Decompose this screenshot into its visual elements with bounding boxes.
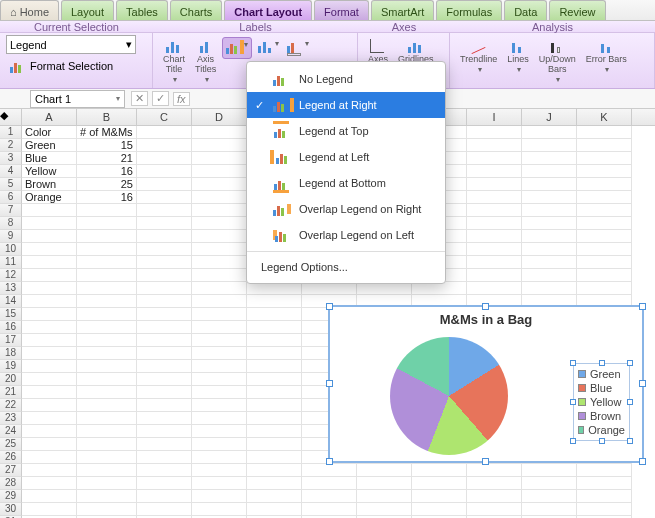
- menu-legend-top[interactable]: Legend at Top: [247, 118, 445, 144]
- cell[interactable]: [137, 412, 192, 425]
- row-header[interactable]: 28: [0, 477, 22, 490]
- cell[interactable]: [412, 503, 467, 516]
- cell[interactable]: [467, 243, 522, 256]
- cell[interactable]: [137, 334, 192, 347]
- cell[interactable]: [467, 503, 522, 516]
- cell[interactable]: [467, 490, 522, 503]
- cell[interactable]: [467, 230, 522, 243]
- cell[interactable]: [247, 412, 302, 425]
- row-header[interactable]: 9: [0, 230, 22, 243]
- cell[interactable]: [77, 230, 137, 243]
- row-header[interactable]: 12: [0, 269, 22, 282]
- cell[interactable]: [77, 282, 137, 295]
- cell[interactable]: [22, 295, 77, 308]
- row-header[interactable]: 24: [0, 425, 22, 438]
- cell[interactable]: [77, 243, 137, 256]
- cell[interactable]: [467, 282, 522, 295]
- cell[interactable]: [22, 503, 77, 516]
- select-all-corner[interactable]: ◆: [0, 109, 22, 125]
- cell[interactable]: [22, 399, 77, 412]
- cell[interactable]: [522, 477, 577, 490]
- tab-charts[interactable]: Charts: [170, 0, 222, 20]
- cell[interactable]: [192, 178, 247, 191]
- cell[interactable]: [192, 399, 247, 412]
- cell[interactable]: [467, 178, 522, 191]
- cell[interactable]: [77, 334, 137, 347]
- cell[interactable]: [357, 490, 412, 503]
- tab-data[interactable]: Data: [504, 0, 547, 20]
- cell[interactable]: [522, 191, 577, 204]
- cell[interactable]: [77, 386, 137, 399]
- cell[interactable]: [467, 204, 522, 217]
- chart-legend[interactable]: GreenBlueYellowBrownOrange: [573, 363, 630, 441]
- cell[interactable]: [137, 126, 192, 139]
- cell[interactable]: [192, 165, 247, 178]
- cell[interactable]: [577, 490, 632, 503]
- col-header[interactable]: K: [577, 109, 632, 125]
- cell[interactable]: [77, 412, 137, 425]
- cell[interactable]: [577, 464, 632, 477]
- cell[interactable]: [77, 308, 137, 321]
- cell[interactable]: [192, 230, 247, 243]
- cell[interactable]: [192, 308, 247, 321]
- cell[interactable]: [412, 490, 467, 503]
- col-header[interactable]: I: [467, 109, 522, 125]
- cell[interactable]: [22, 464, 77, 477]
- cell[interactable]: [192, 152, 247, 165]
- cell[interactable]: [22, 204, 77, 217]
- cell[interactable]: [137, 347, 192, 360]
- cell[interactable]: [192, 282, 247, 295]
- menu-legend-options[interactable]: Legend Options...: [247, 255, 445, 279]
- cell[interactable]: [247, 464, 302, 477]
- col-header[interactable]: A: [22, 109, 77, 125]
- cell[interactable]: [357, 477, 412, 490]
- cell[interactable]: [192, 204, 247, 217]
- fx-icon[interactable]: fx: [173, 92, 190, 106]
- cell[interactable]: [522, 178, 577, 191]
- cell[interactable]: [192, 269, 247, 282]
- cell[interactable]: [192, 347, 247, 360]
- cell[interactable]: [577, 139, 632, 152]
- row-header[interactable]: 14: [0, 295, 22, 308]
- cell[interactable]: [522, 269, 577, 282]
- cell[interactable]: [467, 152, 522, 165]
- cell[interactable]: [247, 321, 302, 334]
- cell[interactable]: [137, 152, 192, 165]
- cell[interactable]: [137, 373, 192, 386]
- row-header[interactable]: 7: [0, 204, 22, 217]
- row-header[interactable]: 26: [0, 451, 22, 464]
- cell[interactable]: Yellow: [22, 165, 77, 178]
- cell[interactable]: [577, 126, 632, 139]
- cell[interactable]: [467, 191, 522, 204]
- cell[interactable]: [357, 503, 412, 516]
- cell[interactable]: [522, 464, 577, 477]
- cell[interactable]: [467, 126, 522, 139]
- cell[interactable]: [577, 269, 632, 282]
- cell[interactable]: [77, 425, 137, 438]
- cell[interactable]: [137, 165, 192, 178]
- cell[interactable]: [137, 360, 192, 373]
- cell[interactable]: [302, 490, 357, 503]
- cell[interactable]: [522, 126, 577, 139]
- cancel-icon[interactable]: ✕: [131, 91, 148, 106]
- col-header[interactable]: J: [522, 109, 577, 125]
- updown-bars-button[interactable]: Up/Down Bars: [535, 37, 580, 88]
- cell[interactable]: [137, 191, 192, 204]
- cell[interactable]: [22, 334, 77, 347]
- cell[interactable]: [77, 438, 137, 451]
- cell[interactable]: [137, 256, 192, 269]
- data-labels-button[interactable]: [254, 37, 282, 57]
- cell[interactable]: [247, 451, 302, 464]
- cell[interactable]: [247, 477, 302, 490]
- cell[interactable]: [137, 204, 192, 217]
- cell[interactable]: [22, 256, 77, 269]
- cell[interactable]: [192, 438, 247, 451]
- menu-overlap-right[interactable]: Overlap Legend on Right: [247, 196, 445, 222]
- confirm-icon[interactable]: ✓: [152, 91, 169, 106]
- cell[interactable]: [522, 204, 577, 217]
- cell[interactable]: [577, 282, 632, 295]
- cell[interactable]: [22, 217, 77, 230]
- cell[interactable]: [192, 503, 247, 516]
- cell[interactable]: [522, 243, 577, 256]
- cell[interactable]: [137, 490, 192, 503]
